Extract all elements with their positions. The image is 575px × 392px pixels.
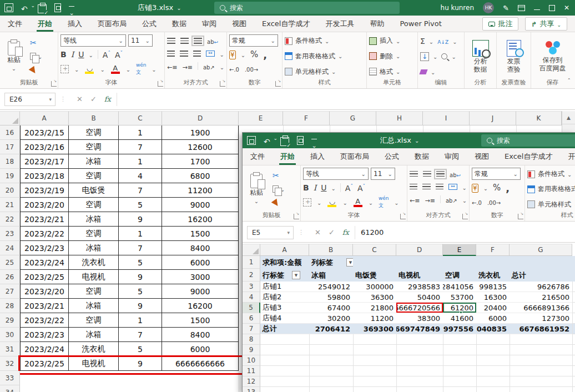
column-header[interactable]: G: [330, 111, 376, 125]
cell-amount[interactable]: 3000: [162, 270, 239, 284]
row-number[interactable]: 28: [0, 299, 20, 313]
borders-button[interactable]: [60, 65, 69, 73]
column-header[interactable]: F: [476, 244, 510, 256]
ribbon-tab[interactable]: 视图: [467, 148, 497, 165]
orientation-button[interactable]: [203, 61, 215, 72]
cell-product[interactable]: 洗衣机: [69, 255, 119, 270]
cell-amount[interactable]: 1700: [162, 154, 239, 169]
cell-product[interactable]: 冰箱: [69, 154, 119, 169]
pivot-cell[interactable]: 2938583: [396, 282, 443, 292]
cell-quantity[interactable]: 7: [119, 328, 162, 342]
autosum-button[interactable]: [420, 37, 425, 46]
paste-button[interactable]: 粘贴: [2, 34, 26, 78]
pivot-cell[interactable]: 369300: [353, 324, 396, 334]
format-as-table-button[interactable]: 套用表格格式: [285, 51, 364, 62]
cell-quantity[interactable]: 7: [119, 183, 162, 198]
row-number[interactable]: 6: [243, 313, 260, 324]
number-dialog-launcher-icon[interactable]: [275, 81, 281, 87]
fill-dropdown-icon[interactable]: [433, 52, 437, 61]
find-dropdown-icon[interactable]: [451, 52, 456, 61]
row-number[interactable]: 13: [243, 387, 260, 392]
row-number[interactable]: 8: [243, 334, 260, 345]
alignment-dialog-launcher-icon[interactable]: [220, 81, 225, 87]
cell-date[interactable]: 2023/2/15: [20, 125, 69, 140]
pivot-cell[interactable]: 41600: [443, 313, 476, 323]
cell-styles-button[interactable]: 单元格样式: [527, 199, 575, 210]
cell-product[interactable]: 冰箱: [69, 241, 119, 255]
pivot-cell[interactable]: 2549012: [309, 282, 353, 292]
pivot-cell[interactable]: 50400: [396, 292, 443, 302]
align-center-button[interactable]: [422, 184, 430, 190]
increase-decimal-button[interactable]: [472, 198, 482, 207]
underline-dropdown-icon[interactable]: [331, 183, 335, 192]
cell-amount[interactable]: 6800: [162, 169, 239, 183]
cut-button[interactable]: [28, 37, 44, 49]
column-header[interactable]: D: [162, 111, 239, 125]
column-header[interactable]: B: [69, 111, 119, 125]
phonetic-dropdown-icon[interactable]: [394, 198, 399, 207]
insert-cells-button[interactable]: 插入: [369, 35, 415, 47]
copy-button[interactable]: [270, 183, 287, 195]
pivot-header-cell[interactable]: 冰箱: [309, 269, 353, 282]
phonetic-guide-button[interactable]: wén文: [136, 62, 146, 76]
comma-format-button[interactable]: [263, 49, 267, 61]
user-name[interactable]: hu kunren: [441, 4, 474, 12]
ribbon-tab[interactable]: 插入: [60, 16, 90, 32]
pivot-cell[interactable]: 6676861952: [510, 324, 572, 334]
merge-center-button[interactable]: [448, 184, 457, 190]
currency-dropdown-icon[interactable]: [483, 183, 488, 192]
pivot-cell[interactable]: 6666891366: [510, 303, 572, 313]
fill-button[interactable]: [420, 52, 429, 61]
pivot-row-header[interactable]: 店铺2: [260, 292, 309, 302]
cell-amount[interactable]: 8400: [162, 328, 239, 342]
cell-product[interactable]: 空调: [69, 169, 119, 183]
pivot-measure-cell[interactable]: 求和项:金额: [260, 256, 309, 269]
font-dialog-launcher-icon[interactable]: [158, 81, 163, 87]
row-number[interactable]: 33: [0, 371, 20, 385]
ribbon-tab[interactable]: 文件: [243, 148, 273, 165]
column-header[interactable]: D: [396, 244, 443, 256]
cell-product[interactable]: 空调: [69, 125, 119, 140]
confirm-entry-icon[interactable]: ✓: [329, 228, 335, 237]
format-painter-button[interactable]: [270, 197, 287, 209]
increase-font-button[interactable]: A: [345, 183, 353, 193]
fill-color-button[interactable]: ◡: [84, 64, 94, 74]
pivot-cell[interactable]: 38300: [396, 313, 443, 323]
cell-quantity[interactable]: 1: [119, 313, 162, 328]
pivot-cell[interactable]: 21800: [353, 303, 396, 313]
clipboard-dialog-launcher-icon[interactable]: [294, 214, 299, 219]
bold-button[interactable]: B: [60, 50, 67, 59]
pivot-cell[interactable]: 16300: [476, 292, 510, 302]
ribbon-tab[interactable]: 帮助: [362, 16, 392, 32]
ribbon-tab[interactable]: 开发工具: [560, 148, 575, 165]
column-header[interactable]: E: [239, 111, 283, 125]
cell-product[interactable]: 冰箱: [69, 212, 119, 227]
pivot-row-header[interactable]: 店铺3: [260, 303, 309, 313]
cell-quantity[interactable]: 5: [119, 255, 162, 270]
cell-amount[interactable]: 1900: [162, 125, 239, 140]
row-number[interactable]: 27: [0, 284, 20, 299]
cell-quantity[interactable]: 9: [119, 212, 162, 227]
font-color-button[interactable]: A: [110, 64, 120, 74]
row-number[interactable]: 7: [243, 324, 260, 334]
cell-product[interactable]: 空调: [69, 313, 119, 328]
alignment-dialog-launcher-icon[interactable]: [462, 214, 468, 219]
font-dialog-launcher-icon[interactable]: [400, 214, 406, 219]
cell-amount[interactable]: 1500: [162, 227, 239, 241]
cell-date[interactable]: 2023/2/18: [20, 169, 69, 183]
cell-amount[interactable]: 9000: [162, 284, 239, 299]
ribbon-tab[interactable]: 开发工具: [317, 16, 362, 32]
format-painter-button[interactable]: [28, 64, 44, 77]
cell-quantity[interactable]: 7: [119, 241, 162, 255]
font-size-select[interactable]: 11: [128, 34, 153, 47]
align-bottom-button[interactable]: [194, 38, 202, 44]
row-number[interactable]: 3: [243, 282, 260, 292]
cell-amount[interactable]: 12600: [162, 140, 239, 154]
cell-product[interactable]: 电视机: [69, 270, 119, 284]
phonetic-guide-button[interactable]: wén文: [379, 195, 389, 209]
cell-quantity[interactable]: [119, 371, 162, 385]
column-header[interactable]: K: [516, 111, 562, 125]
column-header[interactable]: H: [376, 111, 423, 125]
cell-quantity[interactable]: 9: [119, 299, 162, 313]
row-number[interactable]: 31: [0, 342, 20, 356]
